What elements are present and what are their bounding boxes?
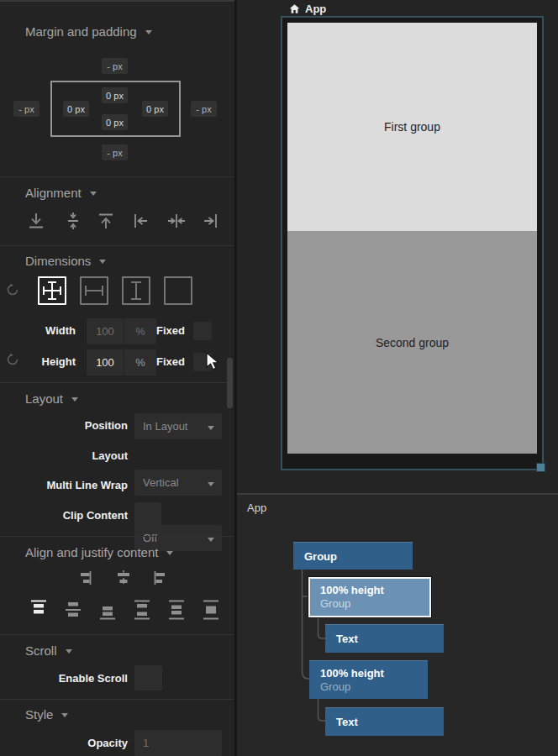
chevron-down-icon xyxy=(99,260,106,264)
justify-end-icon[interactable] xyxy=(98,599,117,621)
height-value-input[interactable]: 100 xyxy=(87,349,124,375)
enable-scroll-label: Enable Scroll xyxy=(0,672,128,685)
node-graph-panel: App Group 100% height Group Text 100% he… xyxy=(237,495,558,756)
margin-bottom-button[interactable]: - px xyxy=(102,144,128,160)
node-100-height-group-selected[interactable]: 100% height Group xyxy=(308,577,431,617)
justify-start-icon[interactable] xyxy=(29,599,48,621)
multi-line-wrap-label: Multi Line Wrap xyxy=(0,479,128,491)
canvas-area: App First group Second group xyxy=(237,0,558,494)
chevron-down-icon xyxy=(208,426,214,430)
width-value-input[interactable]: 100 xyxy=(87,318,124,344)
align-top-icon[interactable] xyxy=(96,211,116,231)
section-divider xyxy=(0,634,234,635)
app-window: Margin and padding - px 0 px - px 0 px 0… xyxy=(0,0,558,756)
app-viewport-frame[interactable]: First group Second group xyxy=(281,16,544,470)
section-header-style[interactable]: Style xyxy=(25,707,68,722)
margin-top-button[interactable]: - px xyxy=(102,58,128,74)
padding-top-button[interactable]: 0 px xyxy=(102,87,128,103)
position-value: In Layout xyxy=(143,420,188,433)
clip-content-checkbox[interactable] xyxy=(134,502,161,528)
panel-top-edge xyxy=(0,0,234,2)
node-text-1[interactable]: Text xyxy=(325,624,444,653)
node-text-2[interactable]: Text xyxy=(325,707,444,736)
second-group-block[interactable]: Second group xyxy=(287,231,537,454)
position-label: Position xyxy=(0,419,128,432)
margin-right-button[interactable]: - px xyxy=(191,101,217,117)
align-left-icon[interactable] xyxy=(131,211,151,231)
node-100-height-group-2[interactable]: 100% height Group xyxy=(309,660,428,699)
align-horizontal-center-icon[interactable] xyxy=(166,211,187,231)
chevron-down-icon xyxy=(66,649,72,654)
width-fixed-label: Fixed xyxy=(130,324,185,337)
chevron-down-icon xyxy=(208,482,214,486)
margin-left-button[interactable]: - px xyxy=(13,101,39,117)
justify-space-around-icon[interactable] xyxy=(167,599,186,621)
chevron-down-icon xyxy=(166,551,173,555)
section-divider xyxy=(0,536,234,537)
section-header-layout[interactable]: Layout xyxy=(25,391,78,406)
position-dropdown[interactable]: In Layout xyxy=(134,413,222,439)
opacity-label: Opacity xyxy=(0,737,128,749)
panel-scrollbar[interactable] xyxy=(227,358,233,408)
chevron-down-icon xyxy=(71,397,78,402)
section-title: Dimensions xyxy=(25,254,91,268)
align-content-end-icon[interactable] xyxy=(77,570,94,586)
layout-label: Layout xyxy=(0,449,128,462)
section-header-dimensions[interactable]: Dimensions xyxy=(25,254,106,268)
section-divider xyxy=(0,245,234,246)
layout-dropdown[interactable]: Vertical xyxy=(134,470,222,496)
chevron-down-icon xyxy=(90,192,97,196)
section-divider xyxy=(0,382,234,383)
opacity-input[interactable] xyxy=(134,730,222,756)
node-group[interactable]: Group xyxy=(293,542,413,570)
width-label: Width xyxy=(0,324,76,337)
section-title: Align and justify content xyxy=(25,545,158,559)
size-mode-content-icon[interactable] xyxy=(164,276,192,305)
chevron-down-icon xyxy=(61,713,68,717)
section-title: Alignment xyxy=(25,186,82,200)
home-icon xyxy=(289,3,300,14)
properties-panel: Margin and padding - px 0 px - px 0 px 0… xyxy=(0,0,234,756)
width-fixed-checkbox[interactable] xyxy=(193,322,212,340)
height-label: Height xyxy=(0,355,76,368)
section-title: Style xyxy=(25,707,53,722)
layout-value: Vertical xyxy=(143,476,179,489)
first-group-block[interactable]: First group xyxy=(287,23,537,231)
multi-line-wrap-value: Off xyxy=(143,532,157,544)
node-title: 100% height xyxy=(320,584,429,596)
size-mode-width-icon[interactable] xyxy=(80,276,108,305)
height-fixed-label: Fixed xyxy=(130,355,185,368)
viewport-resize-handle[interactable] xyxy=(536,463,545,472)
size-mode-both-icon[interactable] xyxy=(38,276,66,305)
padding-right-button[interactable]: 0 px xyxy=(142,101,168,117)
align-vertical-center-icon[interactable] xyxy=(63,211,83,231)
section-divider xyxy=(0,699,234,700)
section-divider xyxy=(0,176,234,177)
second-group-label: Second group xyxy=(376,336,449,349)
breadcrumb-label: App xyxy=(305,3,326,15)
section-title: Margin and padding xyxy=(25,24,137,39)
chevron-down-icon xyxy=(145,30,152,34)
section-header-margin-padding[interactable]: Margin and padding xyxy=(25,24,152,39)
section-header-align-justify[interactable]: Align and justify content xyxy=(25,545,173,559)
size-mode-height-icon[interactable] xyxy=(122,276,150,305)
canvas-breadcrumb[interactable]: App xyxy=(289,3,326,15)
padding-left-button[interactable]: 0 px xyxy=(63,101,89,117)
section-header-alignment[interactable]: Alignment xyxy=(25,186,97,200)
padding-bottom-button[interactable]: 0 px xyxy=(102,114,128,130)
node-title: Text xyxy=(336,633,444,645)
mouse-cursor xyxy=(205,352,224,372)
node-title: 100% height xyxy=(320,667,428,680)
align-content-center-icon[interactable] xyxy=(115,570,132,586)
justify-space-between-icon[interactable] xyxy=(133,599,151,621)
section-title: Scroll xyxy=(25,643,57,658)
align-bottom-icon[interactable] xyxy=(26,211,46,231)
enable-scroll-checkbox[interactable] xyxy=(134,665,162,690)
justify-space-evenly-icon[interactable] xyxy=(202,599,220,621)
reset-size-mode-icon[interactable] xyxy=(6,283,19,297)
align-right-icon[interactable] xyxy=(200,211,220,231)
align-content-start-icon[interactable] xyxy=(151,570,168,586)
section-header-scroll[interactable]: Scroll xyxy=(25,643,72,658)
justify-center-icon[interactable] xyxy=(64,599,82,621)
section-title: Layout xyxy=(25,391,63,406)
